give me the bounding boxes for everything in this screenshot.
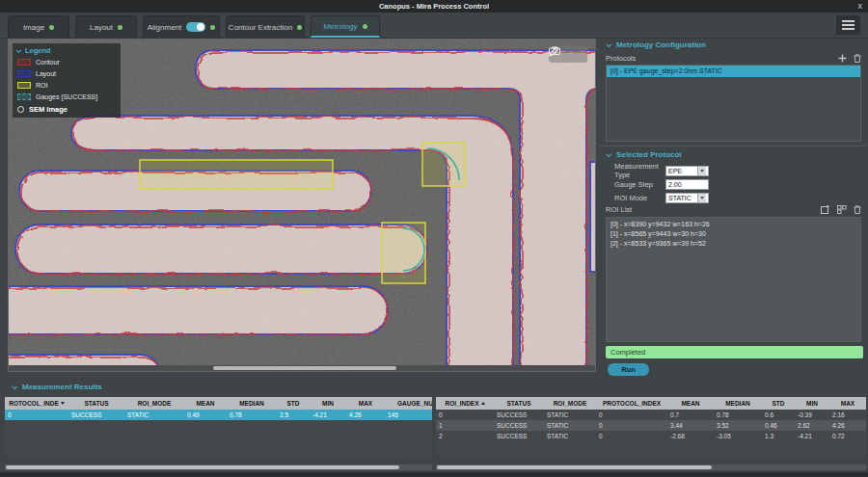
table-header-row: ROTOCOL_INDESTATUSROI_MODEMEANMEDIANSTDM… xyxy=(5,397,432,410)
column-header[interactable]: MEDIAN xyxy=(714,397,762,410)
roi-item[interactable]: [1] - x=8565 y=9443 w=30 h=30 xyxy=(610,229,856,239)
gauge-step-input[interactable]: 2.00 xyxy=(665,179,709,190)
roi-item[interactable]: [0] - x=8390 y=9432 w=163 h=26 xyxy=(610,220,856,229)
column-header[interactable]: ROI_INDEX xyxy=(436,397,494,410)
delete-protocol-icon[interactable] xyxy=(854,54,861,63)
select-roi-icon[interactable] xyxy=(837,205,847,214)
column-header[interactable]: MEDIAN xyxy=(227,397,277,410)
roi-list[interactable]: [0] - x=8390 y=9432 w=163 h=26 [1] - x=8… xyxy=(606,217,861,342)
column-header[interactable]: STATUS xyxy=(68,397,124,410)
column-header[interactable]: MAX xyxy=(346,397,385,410)
protocol-item[interactable]: [0] - EPE gauge_step=2.0nm STATIC xyxy=(607,66,860,77)
alignment-toggle[interactable] xyxy=(186,22,205,32)
sem-image-toggle[interactable]: SEM Image xyxy=(17,105,116,114)
roi-mode-row: ROI Mode STATIC xyxy=(614,192,709,203)
measurement-type-select[interactable]: EPE xyxy=(665,166,709,176)
select-value: EPE xyxy=(668,168,682,174)
select-value: STATIC xyxy=(668,195,692,201)
column-header[interactable]: MIN xyxy=(310,397,346,410)
column-header[interactable]: MEAN xyxy=(184,397,227,410)
tab-alignment[interactable]: Alignment xyxy=(143,15,220,38)
table-cell: SUCCESS xyxy=(68,410,124,420)
table-row[interactable]: 0SUCCESSSTATIC0.490.782.5-4.214.26146146… xyxy=(5,410,432,420)
delete-roi-icon[interactable] xyxy=(854,205,861,214)
right-table-hscrollbar[interactable] xyxy=(436,464,866,470)
column-header[interactable]: GAUGE_NUMBER xyxy=(385,397,432,410)
legend-item-gauges[interactable]: Gauges [SUCCESS] xyxy=(17,93,116,100)
tab-image[interactable]: Image xyxy=(8,15,69,38)
table-cell: 0.49 xyxy=(184,410,227,420)
column-header[interactable]: MAX xyxy=(829,397,866,410)
legend-item-layout[interactable]: Layout xyxy=(17,70,116,77)
tab-contour-extraction[interactable]: Contour Extraction xyxy=(226,15,305,38)
section-title: Metrology Configuration xyxy=(616,40,706,49)
tab-metrology[interactable]: Metrology xyxy=(311,15,380,38)
legend-item-roi[interactable]: ROI xyxy=(17,82,116,89)
legend-header[interactable]: Legend xyxy=(17,46,116,55)
legend-label: Layout xyxy=(36,70,56,77)
table-cell: 0 xyxy=(596,431,667,441)
measurement-results-section: Measurement Results ROTOCOL_INDESTATUSRO… xyxy=(0,378,868,472)
table-cell: 0 xyxy=(596,410,667,420)
column-header[interactable]: ROI_MODE xyxy=(544,397,596,410)
chevron-down-icon xyxy=(606,41,611,47)
sem-viewer[interactable]: Legend Contour Layout ROI Gauges [SUCCES… xyxy=(8,39,596,372)
status-banner: Completed xyxy=(606,346,863,358)
field-label: ROI Mode xyxy=(614,194,665,202)
column-header[interactable]: ROTOCOL_INDE xyxy=(5,397,68,410)
table-row[interactable]: 0SUCCESSSTATIC00.70.780.6-0.392.1682820 xyxy=(436,410,866,420)
scroll-thumb[interactable] xyxy=(6,465,399,469)
scroll-thumb[interactable] xyxy=(213,366,396,370)
column-header[interactable]: STD xyxy=(277,397,310,410)
column-header[interactable]: PROTOCOL_INDEX xyxy=(596,397,667,410)
table-row[interactable]: 2SUCCESSSTATIC0-2.68-3.051.3-4.210.72464… xyxy=(436,431,866,441)
input-value: 2.00 xyxy=(668,181,682,188)
roi-results-table[interactable]: ROI_INDEXSTATUSROI_MODEPROTOCOL_INDEXMEA… xyxy=(436,397,866,457)
table-cell: SUCCESS xyxy=(494,431,544,441)
menu-icon[interactable] xyxy=(836,15,860,35)
scroll-thumb[interactable] xyxy=(437,465,712,469)
legend-item-contour[interactable]: Contour xyxy=(17,59,116,66)
close-window-button[interactable]: x xyxy=(858,0,863,13)
image-toolbar xyxy=(549,46,587,63)
table-cell: 3.44 xyxy=(667,420,714,431)
protocol-results-table[interactable]: ROTOCOL_INDESTATUSROI_MODEMEANMEDIANSTDM… xyxy=(5,397,432,457)
tab-label: Contour Extraction xyxy=(229,23,292,32)
metrology-config-header[interactable]: Metrology Configuration xyxy=(608,40,706,49)
table-cell: STATIC xyxy=(124,410,184,420)
add-protocol-icon[interactable] xyxy=(838,54,847,63)
legend-label: Contour xyxy=(36,59,60,66)
roi-box-2[interactable] xyxy=(382,223,425,283)
column-header[interactable]: STD xyxy=(762,397,795,410)
protocols-label: Protocols xyxy=(606,54,636,63)
table-cell: -0.39 xyxy=(795,410,829,420)
roi-list-label: ROI List xyxy=(606,205,632,214)
table-cell: 2.5 xyxy=(277,410,310,420)
left-table-hscrollbar[interactable] xyxy=(5,464,432,470)
add-roi-icon[interactable] xyxy=(821,205,830,214)
column-header[interactable]: ROI_MODE xyxy=(124,397,184,410)
table-cell: STATIC xyxy=(544,420,596,431)
table-cell: 1.3 xyxy=(762,431,795,441)
table-cell: 0 xyxy=(5,410,68,420)
table-cell: -2.68 xyxy=(667,431,714,441)
column-header[interactable]: STATUS xyxy=(494,397,544,410)
chevron-down-icon xyxy=(12,384,17,389)
roi-mode-select[interactable]: STATIC xyxy=(665,193,709,203)
roi-swatch xyxy=(17,82,31,89)
column-header[interactable]: MEAN xyxy=(667,397,714,410)
measurement-results-header[interactable]: Measurement Results xyxy=(14,383,102,391)
table-cell: 0 xyxy=(596,420,667,431)
tab-layout[interactable]: Layout xyxy=(75,15,137,38)
selected-protocol-header[interactable]: Selected Protocol xyxy=(608,150,682,159)
table-cell: SUCCESS xyxy=(494,420,544,431)
layout-swatch xyxy=(17,70,31,77)
roi-item[interactable]: [2] - x=8533 y=9365 w=39 h=52 xyxy=(610,239,856,249)
run-button[interactable]: Run xyxy=(608,363,649,376)
table-row[interactable]: 1SUCCESSSTATIC03.443.520.462.624.2618180 xyxy=(436,420,866,431)
roi-box-0[interactable] xyxy=(140,160,333,189)
viewer-hscrollbar[interactable] xyxy=(9,365,595,371)
column-header[interactable]: MIN xyxy=(795,397,829,410)
status-dot xyxy=(118,25,122,30)
pencil-icon[interactable] xyxy=(549,46,559,57)
